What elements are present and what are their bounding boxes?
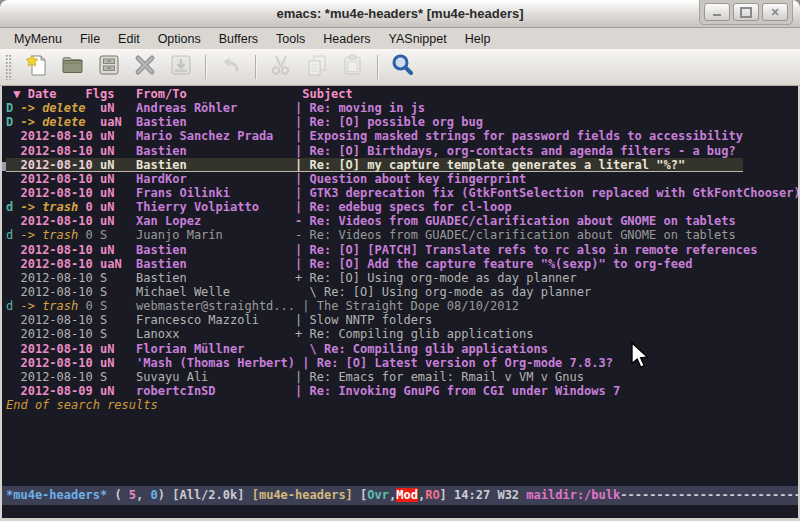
message-row[interactable]: D -> delete uN Andreas Röhler | Re: movi…: [6, 101, 798, 115]
new-file-icon: [24, 52, 50, 82]
window-controls: ✕: [699, 0, 793, 25]
modeline-segment: RO: [425, 488, 439, 502]
message-row[interactable]: 2012-08-10 S Francesco Mazzoli | Slow NN…: [6, 313, 798, 327]
modeline-segment: ----------------------------: [620, 488, 798, 502]
new-file-button[interactable]: [22, 52, 52, 82]
menu-item-help[interactable]: Help: [456, 29, 500, 49]
undo-button: [216, 52, 246, 82]
modeline-segment: 14:27 W32: [454, 488, 526, 502]
message-row[interactable]: 2012-08-10 uN 'Mash (Thomas Herbert) | R…: [6, 356, 798, 370]
toolbar-separator: [255, 55, 257, 79]
message-row[interactable]: 2012-08-10 uN Bastien | Re: [O] Birthday…: [6, 144, 798, 158]
modeline-segment: Mod: [396, 488, 418, 502]
paste-button: [338, 52, 368, 82]
message-row[interactable]: 2012-08-10 S Michael Welle \ Re: [O] Usi…: [6, 285, 798, 299]
open-folder-icon: [60, 52, 86, 82]
minimize-icon: [713, 14, 721, 16]
toolbar-separator: [205, 55, 207, 79]
toolbar-grip[interactable]: [5, 54, 13, 80]
message-row-current[interactable]: 2012-08-10 uN Bastien | Re: [O] my captu…: [6, 158, 798, 172]
message-row[interactable]: 2012-08-09 uN robertcInSD | Re: Invoking…: [6, 384, 798, 398]
menu-item-yasnippet[interactable]: YASnippet: [380, 29, 456, 49]
modeline-segment: [All/2.0k]: [172, 488, 251, 502]
close-button[interactable]: ✕: [762, 3, 788, 21]
modeline-segment: 5: [129, 488, 136, 502]
save-button[interactable]: [94, 52, 124, 82]
modeline-segment: Ovr: [367, 488, 389, 502]
message-row[interactable]: 2012-08-10 S Suvayu Ali | Re: Emacs for …: [6, 370, 798, 384]
mu4e-headers-buffer: ▼ Date Flgs From/To SubjectD -> delete u…: [2, 86, 798, 518]
echo-area: [2, 505, 798, 518]
modeline-segment: *mu4e-headers*: [6, 488, 107, 502]
copy-button: [302, 52, 332, 82]
search-button[interactable]: [388, 52, 418, 82]
menu-item-headers[interactable]: Headers: [314, 29, 379, 49]
menubar: MyMenuFileEditOptionsBuffersToolsHeaders…: [0, 28, 800, 49]
message-row[interactable]: 2012-08-10 uN Florian Müllner \ Re: Comp…: [6, 342, 798, 356]
modeline-segment: (: [107, 488, 129, 502]
screen: emacs: *mu4e-headers* [mu4e-headers] ✕ M…: [0, 0, 800, 521]
modeline: *mu4e-headers* ( 5, 0) [All/2.0k] [mu4e-…: [2, 486, 798, 505]
modeline-segment: 0: [151, 488, 158, 502]
modeline-segment: [mu4e-headers]: [252, 488, 360, 502]
message-row[interactable]: d -> trash 0 S webmaster@straightd... | …: [6, 299, 798, 313]
mouse-pointer-icon: [630, 342, 650, 370]
message-row[interactable]: d -> trash 0 uN Thierry Volpiatto | Re: …: [6, 200, 798, 214]
end-of-search-results: End of search results: [6, 398, 798, 412]
window-title: emacs: *mu4e-headers* [mu4e-headers]: [0, 0, 800, 27]
menu-item-buffers[interactable]: Buffers: [210, 29, 267, 49]
modeline-segment: maildir:/bulk: [526, 488, 620, 502]
cut-icon: [268, 52, 294, 82]
message-row[interactable]: 2012-08-10 uN Xan Lopez - Re: Videos fro…: [6, 214, 798, 228]
copy-icon: [304, 52, 330, 82]
close-icon: ✕: [770, 7, 779, 18]
menu-item-edit[interactable]: Edit: [109, 29, 149, 49]
open-folder-button[interactable]: [58, 52, 88, 82]
header-list: ▼ Date Flgs From/To SubjectD -> delete u…: [6, 87, 798, 412]
maximize-icon: [740, 7, 752, 18]
cut-button: [266, 52, 296, 82]
close-button[interactable]: [130, 52, 160, 82]
emacs-window: emacs: *mu4e-headers* [mu4e-headers] ✕ M…: [0, 0, 800, 521]
save-as-icon: [168, 52, 194, 82]
menu-item-mymenu[interactable]: MyMenu: [5, 29, 71, 49]
modeline-segment: ,: [136, 488, 150, 502]
message-row[interactable]: 2012-08-10 uN Mario Sanchez Prada | Expo…: [6, 129, 798, 143]
modeline-segment: ]: [440, 488, 454, 502]
minimize-button[interactable]: [704, 3, 730, 21]
search-icon: [390, 52, 416, 82]
save-icon: [96, 52, 122, 82]
close-icon: [132, 52, 158, 82]
menu-item-options[interactable]: Options: [149, 29, 210, 49]
message-row[interactable]: 2012-08-10 uN Bastien | Re: [O] [PATCH] …: [6, 243, 798, 257]
modeline-segment: ): [158, 488, 172, 502]
message-row[interactable]: 2012-08-10 uN Frans Oilinki | GTK3 depre…: [6, 186, 798, 200]
maximize-button[interactable]: [733, 3, 759, 21]
paste-icon: [340, 52, 366, 82]
titlebar[interactable]: emacs: *mu4e-headers* [mu4e-headers] ✕: [0, 0, 800, 28]
message-row[interactable]: 2012-08-10 uaN Bastien | Re: [O] Add the…: [6, 257, 798, 271]
message-row[interactable]: 2012-08-10 S Bastien + Re: [O] Using org…: [6, 271, 798, 285]
message-row[interactable]: 2012-08-10 uN HardKor | Question about k…: [6, 172, 798, 186]
text-cursor: [2, 162, 6, 171]
headers-column-row: ▼ Date Flgs From/To Subject: [6, 87, 798, 101]
message-row[interactable]: 2012-08-10 S Lanoxx + Re: Compiling glib…: [6, 327, 798, 341]
save-as-button: [166, 52, 196, 82]
menu-item-file[interactable]: File: [71, 29, 109, 49]
undo-icon: [218, 52, 244, 82]
menu-item-tools[interactable]: Tools: [267, 29, 314, 49]
toolbar: [0, 49, 800, 86]
toolbar-separator: [377, 55, 379, 79]
message-row[interactable]: D -> delete uaN Bastien | Re: [O] possib…: [6, 115, 798, 129]
message-row[interactable]: d -> trash 0 S Juanjo Marín - Re: Videos…: [6, 228, 798, 242]
